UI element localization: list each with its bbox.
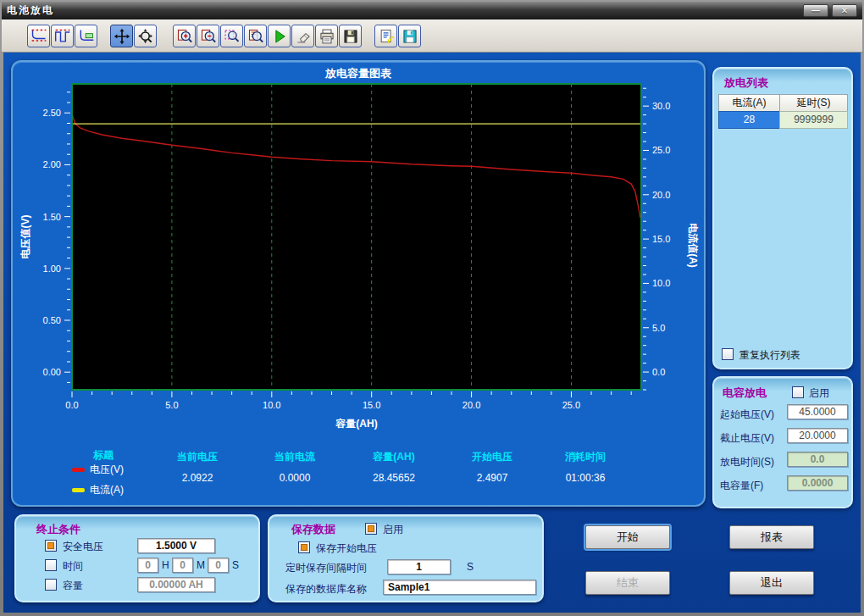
zoom-out-icon <box>200 28 217 45</box>
chart-panel: 0.05.010.015.020.025.00.000.501.001.502.… <box>11 60 706 507</box>
stat-start-voltage: 开始电压 2.4907 <box>443 448 541 484</box>
toolbar-pan-button[interactable] <box>110 25 133 47</box>
svg-text:2.00: 2.00 <box>43 159 61 169</box>
stop-button[interactable]: 结束 <box>585 571 670 595</box>
time-label: 时间 <box>63 559 83 574</box>
svg-text:1.50: 1.50 <box>43 212 61 222</box>
stat-capacity: 容量(AH) 28.45652 <box>345 448 443 484</box>
safe-voltage-label: 安全电压 <box>63 540 103 554</box>
toolbar-zoom-window-button[interactable] <box>220 25 243 47</box>
db-name-label: 保存的数据库名称 <box>285 582 367 597</box>
svg-text:2.50: 2.50 <box>43 108 61 118</box>
toolbar-print-button[interactable] <box>315 25 338 47</box>
svg-text:10.0: 10.0 <box>263 400 280 410</box>
curve-style-spline-icon <box>30 28 47 45</box>
discharge-time-input[interactable] <box>787 452 848 467</box>
window-title: 电池放电 <box>7 3 54 18</box>
close-button[interactable]: ✕ <box>832 4 857 17</box>
toolbar-save-data-button[interactable] <box>398 25 421 47</box>
save-start-voltage-checkbox[interactable] <box>298 541 310 553</box>
capacity-input[interactable] <box>137 577 215 592</box>
safe-voltage-checkbox[interactable] <box>45 540 57 552</box>
save-interval-input[interactable] <box>387 559 451 574</box>
safe-voltage-input[interactable] <box>137 538 215 553</box>
discharge-chart[interactable]: 0.05.010.015.020.025.00.000.501.001.502.… <box>13 62 704 439</box>
start-voltage-input[interactable] <box>787 404 848 419</box>
zoom-window-icon <box>224 28 241 45</box>
save-data-panel: 保存数据 启用 保存开始电压 定时保存间隔时间 S 保存的数据库名称 <box>268 514 544 602</box>
svg-text:1.00: 1.00 <box>43 264 61 274</box>
toolbar <box>2 19 862 53</box>
title-bar: 电池放电 — ✕ <box>2 2 862 19</box>
report-file-icon <box>378 28 395 45</box>
svg-text:0.0: 0.0 <box>652 367 665 377</box>
exit-button[interactable]: 退出 <box>729 571 814 595</box>
svg-text:15.0: 15.0 <box>363 400 380 410</box>
svg-text:5.0: 5.0 <box>652 323 665 333</box>
stat-current-current: 当前电流 0.0000 <box>246 448 344 484</box>
time-hours-input[interactable] <box>137 558 158 573</box>
capacitance-label: 电容量(F) <box>720 479 763 493</box>
save-enable-label: 启用 <box>383 523 403 537</box>
save-icon <box>342 28 359 45</box>
capacity-label: 容量 <box>63 579 83 593</box>
discharge-list-title: 放电列表 <box>724 75 768 91</box>
discharge-list-panel: 放电列表 电流(A) 延时(S) 28 9999999 重复执行列表 <box>712 67 853 369</box>
zoom-in-icon <box>176 28 193 45</box>
stop-conditions-title: 终止条件 <box>36 522 80 537</box>
stat-current-voltage: 当前电压 2.0922 <box>148 448 246 484</box>
time-seconds-input[interactable] <box>208 558 229 573</box>
svg-text:25.0: 25.0 <box>652 145 670 155</box>
run-icon <box>271 28 288 45</box>
svg-text:20.0: 20.0 <box>652 190 670 200</box>
repeat-list-checkbox[interactable] <box>722 348 734 360</box>
toolbar-save-button[interactable] <box>339 25 362 47</box>
toolbar-run-button[interactable] <box>268 25 291 47</box>
cap-enable-checkbox[interactable] <box>792 386 804 398</box>
time-minutes-input[interactable] <box>172 558 193 573</box>
minimize-button[interactable]: — <box>803 4 828 17</box>
save-interval-label: 定时保存间隔时间 <box>285 561 367 575</box>
cap-enable-label: 启用 <box>809 386 829 401</box>
toolbar-report-file-button[interactable] <box>374 25 397 47</box>
svg-text:电流值(A): 电流值(A) <box>687 223 699 268</box>
svg-text:0.0: 0.0 <box>65 400 78 410</box>
cap-discharge-title: 电容放电 <box>723 386 767 401</box>
save-data-icon <box>402 28 418 45</box>
toolbar-curve-style-annotate-button[interactable] <box>75 25 97 47</box>
legend-label-voltage: 电压(V) <box>90 463 124 477</box>
cutoff-voltage-input[interactable] <box>787 428 848 443</box>
erase-icon <box>295 28 312 45</box>
zoom-dynamic-icon <box>137 28 154 45</box>
toolbar-curve-style-step-button[interactable] <box>51 25 74 47</box>
svg-text:0.00: 0.00 <box>43 367 61 377</box>
time-checkbox[interactable] <box>45 559 57 571</box>
toolbar-zoom-in-button[interactable] <box>173 25 196 47</box>
list-header-current[interactable]: 电流(A) <box>718 94 780 112</box>
report-button[interactable]: 报表 <box>729 525 814 549</box>
seconds-unit: S <box>232 559 239 571</box>
zoom-reset-icon <box>247 28 264 45</box>
toolbar-curve-style-spline-button[interactable] <box>27 25 50 47</box>
capacitance-input[interactable] <box>787 475 848 491</box>
toolbar-erase-button[interactable] <box>291 25 314 47</box>
cutoff-voltage-label: 截止电压(V) <box>720 431 774 446</box>
save-enable-checkbox[interactable] <box>365 523 377 535</box>
toolbar-zoom-out-button[interactable] <box>197 25 219 47</box>
stat-elapsed-time: 消耗时间 01:00:36 <box>536 448 634 484</box>
app-window: 电池放电 — ✕ 0.05.010.015.020.025.00.000.501… <box>0 0 864 616</box>
list-cell-delay[interactable]: 9999999 <box>779 111 848 129</box>
capacity-checkbox[interactable] <box>45 579 57 591</box>
toolbar-zoom-reset-button[interactable] <box>244 25 267 47</box>
list-cell-current[interactable]: 28 <box>718 111 780 129</box>
svg-text:15.0: 15.0 <box>652 234 670 244</box>
toolbar-zoom-dynamic-button[interactable] <box>134 25 157 47</box>
start-button[interactable]: 开始 <box>585 525 670 549</box>
svg-text:0.50: 0.50 <box>43 315 61 325</box>
db-name-input[interactable] <box>383 580 536 595</box>
list-header-delay[interactable]: 延时(S) <box>779 94 848 112</box>
legend-title: 标题 <box>93 448 114 463</box>
print-icon <box>318 28 335 45</box>
svg-text:10.0: 10.0 <box>652 278 670 288</box>
svg-text:25.0: 25.0 <box>562 400 580 410</box>
